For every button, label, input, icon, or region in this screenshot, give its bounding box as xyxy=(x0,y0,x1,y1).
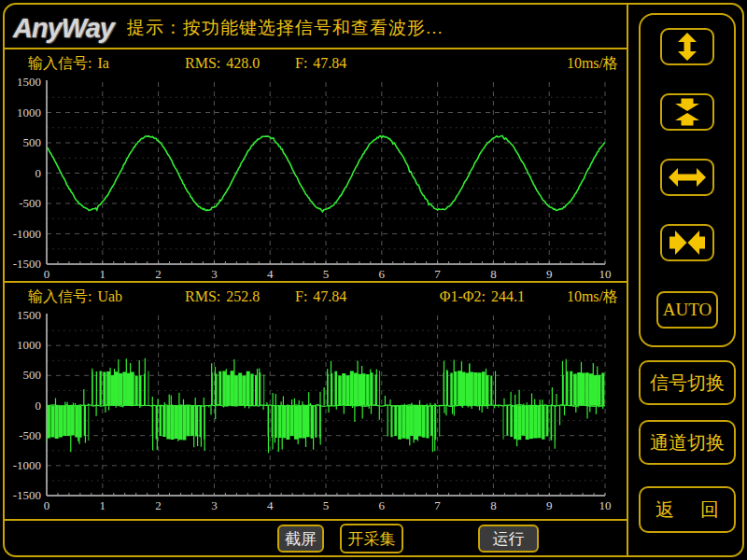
svg-text:1500: 1500 xyxy=(17,75,41,89)
freq-label: F: xyxy=(295,55,307,71)
panel2-header: 输入信号:Uab RMS:252.8 F:47.84 Φ1-Φ2:244.1 1… xyxy=(7,287,626,307)
screenshot-button[interactable]: 截屏 xyxy=(277,525,324,553)
svg-text:3: 3 xyxy=(211,498,218,512)
arrows-vertical-compress-icon xyxy=(669,98,706,126)
svg-text:500: 500 xyxy=(23,135,42,149)
svg-text:3: 3 xyxy=(211,267,218,281)
svg-text:-1500: -1500 xyxy=(13,488,41,502)
signal-switch-button[interactable]: 信号切换 xyxy=(639,360,736,405)
back-label-right: 回 xyxy=(700,497,719,523)
svg-text:7: 7 xyxy=(434,267,441,281)
rms-label: RMS: xyxy=(185,288,220,304)
uab-waveform-plot: 150010005000-500-1000-1500012345678910 xyxy=(7,308,626,515)
horizontal-compress-button[interactable] xyxy=(660,224,714,261)
freq-label: F: xyxy=(295,288,307,304)
auto-button[interactable]: AUTO xyxy=(656,291,718,329)
timebase-value: 10ms/格 xyxy=(551,287,626,307)
svg-text:6: 6 xyxy=(379,498,386,512)
rms-value: 252.8 xyxy=(226,288,260,304)
footer-divider xyxy=(5,519,627,521)
svg-text:1000: 1000 xyxy=(17,338,41,352)
svg-text:500: 500 xyxy=(23,368,42,382)
freq-value: 47.84 xyxy=(313,288,346,304)
svg-text:1: 1 xyxy=(100,498,106,512)
vertical-expand-button[interactable] xyxy=(660,28,714,65)
svg-text:10: 10 xyxy=(599,267,612,281)
phase-diff-value: 244.1 xyxy=(491,288,525,304)
svg-text:1500: 1500 xyxy=(17,308,41,322)
signal-label: 输入信号: xyxy=(28,55,92,71)
svg-text:6: 6 xyxy=(379,267,386,281)
svg-text:4: 4 xyxy=(267,267,274,281)
svg-text:-500: -500 xyxy=(19,428,41,442)
svg-text:5: 5 xyxy=(323,498,330,512)
sidebar-divider xyxy=(627,5,628,555)
svg-text:7: 7 xyxy=(434,498,441,512)
svg-text:2: 2 xyxy=(155,267,162,281)
svg-text:0: 0 xyxy=(35,166,42,180)
timebase-value: 10ms/格 xyxy=(551,54,626,74)
svg-text:1: 1 xyxy=(100,267,106,281)
svg-text:2: 2 xyxy=(155,498,162,512)
run-button[interactable]: 运行 xyxy=(478,525,539,553)
svg-text:8: 8 xyxy=(490,267,497,281)
instrument-screen: AnyWay 提示：按功能键选择信号和查看波形... 输入信号:Ia RMS:4… xyxy=(0,0,747,560)
svg-text:-500: -500 xyxy=(19,196,41,210)
panel-divider xyxy=(5,281,627,283)
svg-text:-1000: -1000 xyxy=(13,458,41,472)
svg-text:-1000: -1000 xyxy=(13,227,41,241)
svg-text:0: 0 xyxy=(44,267,50,281)
channel-switch-button[interactable]: 通道切换 xyxy=(639,420,736,465)
panel1-header: 输入信号:Ia RMS:428.0 F:47.84 10ms/格 xyxy=(7,53,626,74)
svg-text:1000: 1000 xyxy=(17,105,41,119)
svg-text:9: 9 xyxy=(546,267,553,281)
arrows-horizontal-expand-icon xyxy=(669,163,706,191)
svg-text:4: 4 xyxy=(267,498,274,512)
rms-label: RMS: xyxy=(185,55,220,71)
ia-waveform-plot: 150010005000-500-1000-1500012345678910 xyxy=(7,73,626,284)
header-bar: AnyWay 提示：按功能键选择信号和查看波形... xyxy=(13,9,444,47)
rms-value: 428.0 xyxy=(226,55,260,71)
freq-value: 47.84 xyxy=(313,55,346,71)
signal-value: Ia xyxy=(97,55,108,71)
svg-text:5: 5 xyxy=(323,267,330,281)
signal-label: 输入信号: xyxy=(28,288,92,304)
svg-text:8: 8 xyxy=(490,498,497,512)
anyway-logo: AnyWay xyxy=(13,13,127,44)
phase-diff-label: Φ1-Φ2: xyxy=(440,288,486,304)
signal-value: Uab xyxy=(97,288,122,304)
svg-text:0: 0 xyxy=(44,498,50,512)
svg-text:10: 10 xyxy=(599,498,612,512)
svg-text:9: 9 xyxy=(546,498,553,512)
hint-text: 提示：按功能键选择信号和查看波形... xyxy=(127,16,444,40)
arrows-horizontal-compress-icon xyxy=(669,229,706,257)
start-capture-button[interactable]: 开采集 xyxy=(340,524,403,553)
svg-text:0: 0 xyxy=(35,399,42,413)
horizontal-expand-button[interactable] xyxy=(660,159,714,196)
back-button[interactable]: 返 回 xyxy=(639,486,736,533)
svg-text:-1500: -1500 xyxy=(13,257,41,271)
header-divider xyxy=(5,48,627,49)
vertical-compress-button[interactable] xyxy=(660,93,714,131)
back-label-left: 返 xyxy=(655,497,674,523)
arrows-vertical-expand-icon xyxy=(669,33,706,61)
